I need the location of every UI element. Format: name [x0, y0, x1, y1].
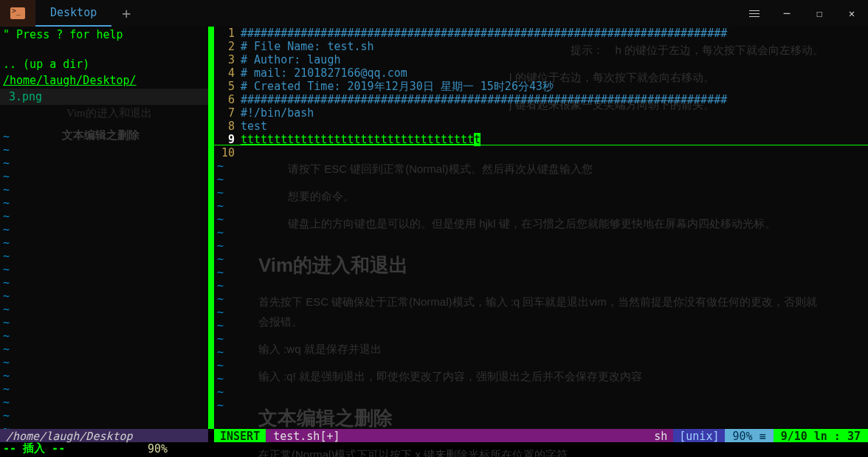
empty-line-marker: ~	[214, 266, 868, 279]
empty-line-marker: ~	[214, 199, 868, 213]
code-text: # Author: laugh	[241, 53, 340, 66]
bg-nav-2: 文本编辑之删除	[62, 128, 140, 142]
window-titlebar: Desktop + ─ ☐ ✕	[0, 0, 868, 27]
code-line: 7#!/bin/bash	[214, 106, 868, 120]
code-text: ########################################…	[241, 93, 727, 106]
empty-line-marker: ~	[214, 332, 868, 346]
empty-line-marker: ~	[214, 279, 868, 292]
mode-message: -- 插入 --	[3, 441, 65, 456]
empty-line-markers: ~~~~~~~~~~~~~~~~~~~~~~~	[3, 130, 10, 436]
cursor: t	[474, 133, 480, 146]
line-number: 6	[214, 93, 241, 106]
close-button[interactable]: ✕	[836, 0, 868, 27]
line-number: 8	[214, 120, 241, 133]
empty-line-marker: ~	[214, 239, 868, 252]
code-line: 1#######################################…	[214, 27, 868, 40]
app-icon	[0, 0, 35, 27]
empty-line-marker: ~	[214, 226, 868, 239]
empty-line-marker: ~	[214, 213, 868, 226]
empty-line-marker: ~	[214, 359, 868, 372]
minimize-button[interactable]: ─	[771, 0, 803, 27]
code-text: ########################################…	[241, 27, 727, 40]
code-line: 6#######################################…	[214, 93, 868, 106]
code-text: # Created Time: 2019年12月30日 星期一 15时26分43…	[241, 80, 554, 93]
code-text: # File Name: test.sh	[241, 40, 374, 53]
code-text: ttttttttttttttttttttttttttttttttttt	[241, 133, 474, 146]
code-line: 4# mail: 2101827166@qq.com	[214, 66, 868, 80]
up-directory[interactable]: .. (up a dir)	[0, 56, 208, 72]
window-controls: ─ ☐ ✕	[738, 0, 868, 27]
menu-button[interactable]	[738, 0, 771, 27]
line-number: 4	[214, 66, 241, 80]
code-text: #!/bin/bash	[241, 106, 314, 120]
empty-line-marker: ~	[214, 385, 868, 399]
bg-nav-1: Vim的进入和退出	[66, 106, 152, 120]
tab-desktop[interactable]: Desktop	[35, 0, 111, 27]
new-tab-button[interactable]: +	[111, 0, 141, 27]
line-number: 10	[214, 146, 241, 159]
terminal-icon	[10, 7, 25, 19]
code-text: test	[241, 120, 267, 133]
empty-line-marker: ~	[214, 346, 868, 359]
code-line: 8test	[214, 120, 868, 133]
line-number: 5	[214, 80, 241, 93]
left-statusbar: /home/laugh/Desktop	[0, 429, 208, 442]
file-item[interactable]: 3.png	[0, 89, 208, 105]
empty-line-marker: ~	[214, 186, 868, 199]
current-directory: /home/laugh/Desktop/	[0, 72, 208, 89]
bg-p7: 在正常(Normal)模式下可以按下 x 键来删除光标所在位置的字符。	[258, 444, 824, 457]
scroll-percent: 90%	[148, 442, 168, 456]
line-number: 1	[214, 27, 241, 40]
hamburger-icon	[749, 10, 760, 17]
editor-pane[interactable]: 提示： h 的键位于左边，每次按下就会向左移动。 l 的键位于右边，每次按下就会…	[214, 27, 868, 429]
code-editor[interactable]: 1#######################################…	[214, 27, 868, 429]
code-text: # mail: 2101827166@qq.com	[241, 66, 407, 80]
code-line: 2# File Name: test.sh	[214, 40, 868, 53]
code-line: 10	[214, 146, 868, 159]
line-number: 3	[214, 53, 241, 66]
empty-line-marker: ~	[214, 319, 868, 332]
maximize-button[interactable]: ☐	[803, 0, 836, 27]
code-line-current: 9 tttttttttttttttttttttttttttttttttttt	[214, 133, 868, 146]
file-explorer-pane[interactable]: " Press ? for help .. (up a dir) /home/l…	[0, 27, 208, 429]
empty-line-marker: ~	[214, 372, 868, 385]
vertical-split[interactable]	[208, 27, 214, 429]
empty-line-marker: ~	[214, 399, 868, 412]
empty-line-marker: ~	[214, 292, 868, 306]
tab-label: Desktop	[50, 6, 97, 19]
line-number-current: 9	[214, 133, 241, 146]
help-hint: " Press ? for help	[0, 27, 208, 43]
code-line: 3# Author: laugh	[214, 53, 868, 66]
empty-line-marker: ~	[214, 173, 868, 186]
empty-line-marker: ~	[214, 252, 868, 266]
plus-icon: +	[122, 4, 131, 22]
line-number: 7	[214, 106, 241, 120]
empty-line-marker: ~	[214, 306, 868, 319]
editor-area: " Press ? for help .. (up a dir) /home/l…	[0, 27, 868, 429]
empty-line-marker: ~	[214, 159, 868, 173]
code-line: 5# Created Time: 2019年12月30日 星期一 15时26分4…	[214, 80, 868, 93]
line-number: 2	[214, 40, 241, 53]
